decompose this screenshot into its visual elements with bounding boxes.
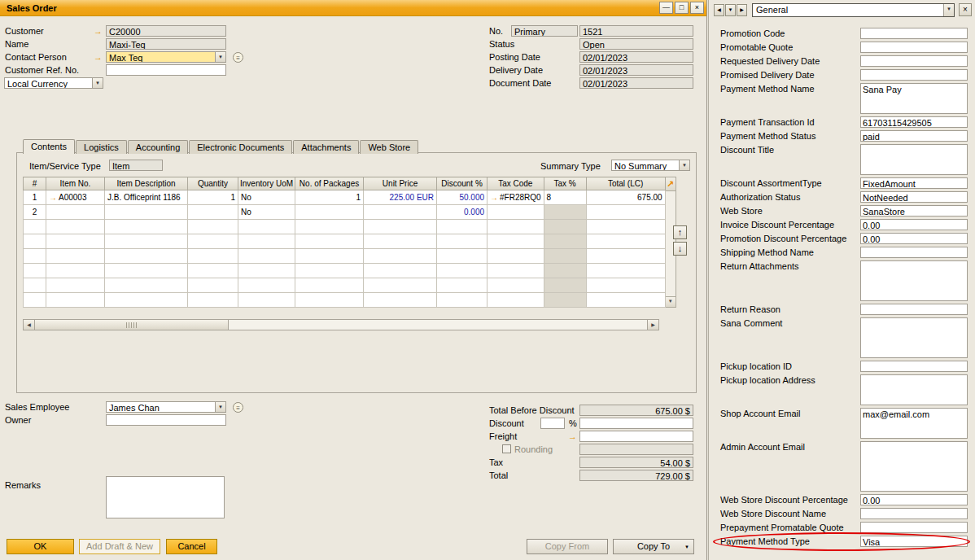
grid-cell[interactable] xyxy=(586,278,665,293)
grid-cell[interactable]: J.B. Officeprint 1186 xyxy=(105,190,188,205)
owner-input[interactable] xyxy=(106,414,226,426)
grid-cell[interactable] xyxy=(544,205,586,220)
delivery-date-field[interactable]: 02/01/2023 xyxy=(579,64,693,76)
grid-cell[interactable] xyxy=(364,220,437,234)
grid-cell[interactable]: 1 xyxy=(188,190,238,205)
link-arrow-icon[interactable]: → xyxy=(49,193,57,203)
grid-cell[interactable] xyxy=(105,264,188,278)
grid-cell[interactable] xyxy=(238,264,295,278)
panel-field-input-shop-account-email[interactable]: max@email.com xyxy=(860,408,968,439)
link-arrow-icon[interactable]: → xyxy=(94,26,103,36)
scroll-left-button[interactable]: ◀ xyxy=(24,320,35,330)
grid-cell[interactable] xyxy=(544,220,586,234)
window-titlebar[interactable]: Sales Order — □ × xyxy=(0,0,706,16)
tab-electronic-documents[interactable]: Electronic Documents xyxy=(189,140,292,154)
grid-cell[interactable] xyxy=(586,249,665,264)
grid-cell[interactable]: 50.000 xyxy=(437,190,488,205)
grid-cell[interactable] xyxy=(488,220,544,234)
grid-cell[interactable]: 675.00 xyxy=(586,190,665,205)
panel-field-input-web-store-discount-percentage[interactable]: 0.00 xyxy=(860,494,968,505)
grid-cell[interactable] xyxy=(437,264,488,278)
move-row-up-button[interactable]: ↑ xyxy=(673,225,687,239)
panel-field-input-promotion-code[interactable] xyxy=(860,28,968,39)
panel-close-button[interactable]: × xyxy=(959,3,972,16)
tab-attachments[interactable]: Attachments xyxy=(293,140,359,154)
grid-cell[interactable] xyxy=(295,293,364,308)
grid-cell[interactable] xyxy=(105,220,188,234)
grid-cell[interactable] xyxy=(364,264,437,278)
move-row-down-button[interactable]: ↓ xyxy=(673,242,687,256)
document-date-field[interactable]: 02/01/2023 xyxy=(579,77,693,89)
panel-field-input-return-reason[interactable] xyxy=(860,304,968,315)
panel-field-input-requested-delivery-date[interactable] xyxy=(860,55,968,67)
column-header-inventory-uom[interactable]: Inventory UoM xyxy=(238,177,295,190)
grid-cell[interactable] xyxy=(544,293,586,308)
column-header-item-description[interactable]: Item Description xyxy=(105,177,188,190)
grid-cell[interactable] xyxy=(437,220,488,234)
sales-employee-select[interactable]: James Chan ▼ xyxy=(106,401,226,413)
grid-cell[interactable]: →#FR28RQ0 xyxy=(488,190,544,205)
remarks-input[interactable] xyxy=(106,476,225,518)
grid-cell[interactable] xyxy=(188,264,238,278)
panel-dropdown-button[interactable]: ▼ xyxy=(725,4,736,16)
panel-prev-button[interactable]: ◀ xyxy=(714,4,724,16)
tab-accounting[interactable]: Accounting xyxy=(128,140,188,154)
grid-cell[interactable] xyxy=(46,278,105,293)
grid-cell[interactable] xyxy=(295,264,364,278)
hscroll-thumb[interactable] xyxy=(35,320,229,330)
panel-field-input-pickup-location-address[interactable] xyxy=(860,374,968,405)
grid-cell[interactable] xyxy=(295,234,364,249)
link-arrow-icon[interactable]: → xyxy=(490,193,498,203)
panel-field-input-payment-transaction-id[interactable]: 61703115429505 xyxy=(860,116,968,128)
grid-cell[interactable] xyxy=(364,234,437,249)
grid-cell[interactable] xyxy=(24,293,46,308)
grid-cell[interactable] xyxy=(437,249,488,264)
currency-select[interactable]: Local Currency ▼ xyxy=(4,77,103,89)
grid-cell[interactable] xyxy=(46,264,105,278)
column-header-unit-price[interactable]: Unit Price xyxy=(364,177,437,190)
panel-field-input-authorization-status[interactable]: NotNeeded xyxy=(860,191,968,203)
panel-field-input-return-attachments[interactable] xyxy=(860,260,968,301)
grid-cell[interactable] xyxy=(188,220,238,234)
grid-cell[interactable] xyxy=(586,205,665,220)
grid-cell[interactable]: 1 xyxy=(295,190,364,205)
dropdown-arrow-icon[interactable]: ▼ xyxy=(92,78,103,88)
panel-next-button[interactable]: ▶ xyxy=(737,4,747,16)
expand-grid-icon[interactable]: ↗ xyxy=(667,179,674,189)
column-header-quantity[interactable]: Quantity xyxy=(188,177,238,190)
grid-cell[interactable] xyxy=(24,220,46,234)
grid-cell[interactable] xyxy=(295,205,364,220)
freight-input[interactable] xyxy=(579,431,693,442)
grid-cell[interactable] xyxy=(46,205,105,220)
grid-cell[interactable] xyxy=(364,278,437,293)
panel-field-input-web-store-discount-name[interactable] xyxy=(860,508,968,519)
close-button[interactable]: × xyxy=(690,2,704,14)
grid-cell[interactable]: 2 xyxy=(24,205,46,220)
dropdown-arrow-icon[interactable]: ▼ xyxy=(679,160,689,170)
summary-type-select[interactable]: No Summary ▼ xyxy=(611,160,690,171)
grid-hscrollbar[interactable]: ◀ ▶ xyxy=(23,319,659,330)
grid-cell[interactable] xyxy=(364,205,437,220)
panel-field-input-discount-assortmenttype[interactable]: FixedAmount xyxy=(860,177,968,189)
grid-cell[interactable] xyxy=(364,249,437,264)
panel-field-input-promised-delivery-date[interactable] xyxy=(860,69,968,81)
tab-web-store[interactable]: Web Store xyxy=(360,140,418,154)
tab-contents[interactable]: Contents xyxy=(23,139,75,154)
grid-cell[interactable] xyxy=(188,293,238,308)
grid-cell[interactable] xyxy=(24,264,46,278)
hscroll-track[interactable] xyxy=(229,320,647,330)
grid-cell[interactable] xyxy=(188,234,238,249)
grid-cell[interactable]: 0.000 xyxy=(437,205,488,220)
column-header-discount[interactable]: Discount % xyxy=(437,177,488,190)
copy-to-button[interactable]: Copy To ▼ xyxy=(613,539,694,554)
grid-cell[interactable] xyxy=(46,220,105,234)
grid-cell[interactable] xyxy=(188,278,238,293)
panel-field-input-pickup-location-id[interactable] xyxy=(860,361,968,372)
panel-view-selector[interactable]: General ▼ xyxy=(752,3,955,17)
grid-cell[interactable]: →A00003 xyxy=(46,190,105,205)
grid-cell[interactable] xyxy=(586,293,665,308)
grid-cell[interactable] xyxy=(488,293,544,308)
grid-cell[interactable] xyxy=(105,205,188,220)
grid-cell[interactable] xyxy=(488,234,544,249)
grid-cell[interactable] xyxy=(295,220,364,234)
